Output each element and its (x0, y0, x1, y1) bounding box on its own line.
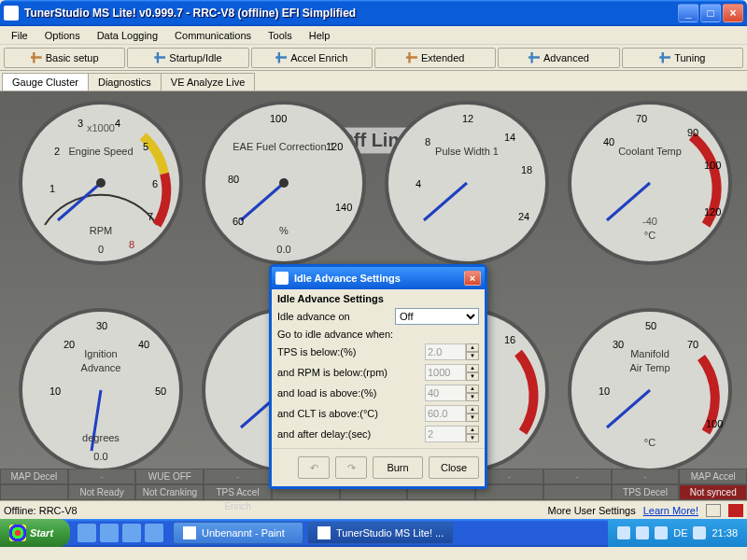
offline-status: Offline: RRC-V8 (4, 505, 78, 516)
svg-point-17 (279, 178, 289, 188)
input-clt[interactable] (425, 405, 466, 422)
spinner[interactable]: ▲▼ (466, 426, 479, 442)
dialog-section-title: Idle Advance Settings (272, 289, 485, 306)
ql-icon[interactable] (78, 524, 96, 542)
svg-text:°C: °C (644, 230, 655, 241)
tab-gauge-cluster[interactable]: Gauge Cluster (2, 73, 89, 91)
task-paint[interactable]: Unbenannt - Paint (173, 522, 303, 544)
tabbar: Gauge Cluster Diagnostics VE Analyze Liv… (0, 71, 747, 91)
tool-accel-enrich[interactable]: Accel Enrich (251, 48, 373, 68)
menu-tools[interactable]: Tools (261, 28, 300, 43)
tray-icon[interactable] (617, 526, 630, 539)
tool-tuning[interactable]: Tuning (622, 48, 743, 68)
menu-file[interactable]: File (4, 28, 35, 43)
svg-text:RPM: RPM (90, 225, 112, 236)
dialog-close-button[interactable]: × (464, 271, 481, 286)
close-button[interactable]: × (723, 4, 743, 22)
svg-point-2 (96, 178, 106, 188)
menu-help[interactable]: Help (302, 28, 338, 43)
svg-text:0: 0 (98, 244, 104, 255)
more-user-settings[interactable]: More User Settings (548, 505, 636, 516)
start-button[interactable]: Start (0, 519, 70, 547)
svg-text:12: 12 (462, 113, 473, 124)
svg-text:30: 30 (613, 339, 624, 350)
maximize-button[interactable]: □ (700, 4, 721, 22)
tab-diagnostics[interactable]: Diagnostics (88, 73, 162, 91)
spinner[interactable]: ▲▼ (466, 405, 479, 422)
svg-text:100: 100 (270, 113, 287, 124)
ql-icon[interactable] (122, 524, 141, 542)
svg-text:100: 100 (704, 160, 721, 171)
status-cell: Not Ready (68, 484, 136, 500)
tool-startup-idle[interactable]: Startup/Idle (127, 48, 248, 68)
spinner[interactable]: ▲▼ (466, 343, 479, 360)
select-idle-advance-on[interactable]: Off (395, 308, 479, 325)
svg-text:4: 4 (115, 118, 120, 129)
tool-extended[interactable]: Extended (374, 48, 496, 68)
svg-text:120: 120 (326, 141, 343, 152)
clock[interactable]: 21:38 (712, 527, 738, 539)
svg-text:24: 24 (518, 211, 529, 222)
undo-button[interactable]: ↶ (298, 456, 330, 479)
spinner[interactable]: ▲▼ (466, 364, 479, 381)
svg-text:60: 60 (233, 216, 244, 227)
svg-text:80: 80 (228, 174, 239, 185)
paint-icon (183, 526, 196, 539)
svg-text:6: 6 (152, 178, 158, 189)
svg-text:18: 18 (521, 164, 532, 175)
svg-text:-40: -40 (642, 216, 657, 227)
tray-icon[interactable] (693, 526, 706, 539)
minimize-button[interactable]: _ (678, 4, 698, 22)
close-dialog-button[interactable]: Close (429, 456, 479, 479)
systray: DE 21:38 (608, 519, 747, 547)
tool-basic-setup[interactable]: Basic setup (4, 48, 125, 68)
tray-icon[interactable] (636, 526, 649, 539)
svg-text:°C: °C (644, 437, 655, 448)
status-cell: - (204, 469, 272, 484)
lang-indicator[interactable]: DE (673, 527, 687, 539)
redo-button[interactable]: ↷ (335, 456, 367, 479)
menu-datalogging[interactable]: Data Logging (90, 28, 165, 43)
svg-text:3: 3 (78, 118, 83, 129)
svg-text:100: 100 (706, 418, 723, 429)
label-tps: TPS is below:(%) (277, 346, 421, 357)
menubar: File Options Data Logging Communications… (0, 26, 747, 45)
gauge-coolant-temp: Coolant Temp-40°C407090100120 (566, 99, 734, 267)
tab-ve-analyze[interactable]: VE Analyze Live (161, 73, 256, 91)
learn-more-link[interactable]: Learn More! (643, 505, 698, 516)
status-cell: - (612, 469, 680, 484)
tray-icon[interactable] (655, 526, 668, 539)
wrench-icon (275, 52, 287, 63)
label-delay: and after delay:(sec) (277, 428, 421, 440)
svg-text:degrees: degrees (82, 432, 120, 443)
ql-icon[interactable] (145, 524, 163, 542)
toolbar: Basic setup Startup/Idle Accel Enrich Ex… (0, 45, 747, 71)
tool-advanced[interactable]: Advanced (498, 48, 619, 68)
svg-text:Engine Speed: Engine Speed (68, 146, 133, 157)
input-load[interactable] (425, 385, 466, 401)
ql-icon[interactable] (100, 524, 119, 542)
input-rpm[interactable] (425, 364, 466, 381)
wrench-icon (154, 52, 165, 63)
svg-text:Advance: Advance (81, 362, 121, 373)
status-cell: MAP Accel Enrich (679, 469, 747, 484)
dialog-title: Idle Advance Settings (294, 273, 401, 284)
status-cell: TPS Decel (612, 484, 680, 500)
corner-widget[interactable] (706, 504, 721, 517)
input-delay[interactable] (425, 426, 466, 442)
dialog-titlebar[interactable]: Idle Advance Settings × (272, 267, 485, 289)
menu-options[interactable]: Options (37, 28, 88, 43)
window-titlebar: TunerStudio MS Lite! v0.999.7 - RRC-V8 (… (0, 0, 747, 26)
svg-text:Manifold: Manifold (630, 348, 669, 359)
svg-text:50: 50 (645, 320, 656, 331)
label-when: Go to idle advance when: (277, 329, 479, 340)
menu-communications[interactable]: Communications (167, 28, 259, 43)
wrench-icon (659, 52, 670, 63)
task-tunerstudio[interactable]: TunerStudio MS Lite! ... (307, 522, 454, 544)
status-cell: - (68, 469, 136, 484)
burn-button[interactable]: Burn (373, 456, 423, 479)
input-tps[interactable] (425, 343, 466, 360)
gauge-pulse-width: Pulse Width 14812141824 (383, 99, 551, 267)
svg-text:40: 40 (138, 339, 149, 350)
spinner[interactable]: ▲▼ (466, 385, 479, 401)
